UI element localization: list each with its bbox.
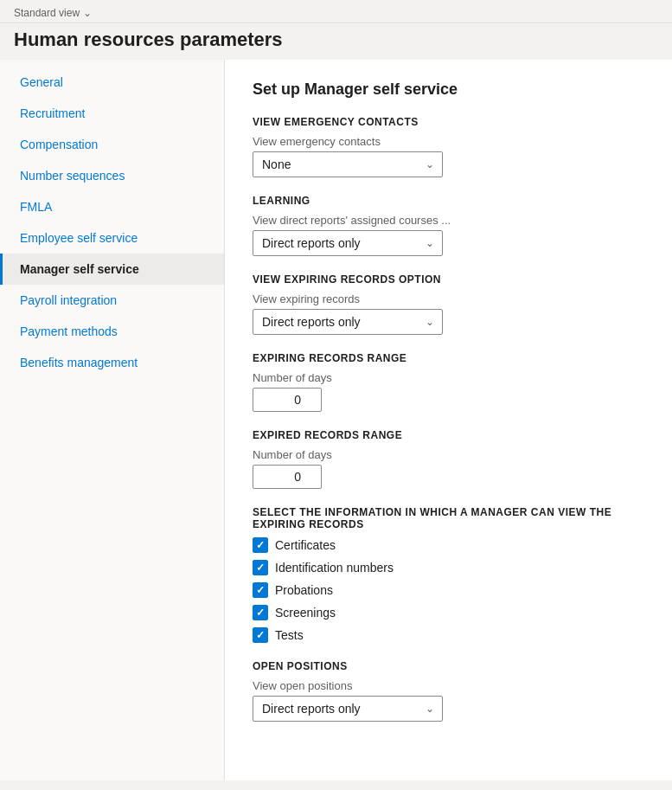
expiring-range-field-label: Number of days	[253, 371, 644, 384]
standard-view-dropdown[interactable]: Standard view ⌄	[14, 7, 658, 19]
checkbox-label-certificates: Certificates	[275, 538, 336, 552]
sidebar-item-fmla[interactable]: FMLA	[0, 191, 224, 222]
checkmark-icon: ✓	[256, 585, 265, 595]
learning-group: LEARNING View direct reports' assigned c…	[253, 195, 644, 256]
emergency-contacts-field-label: View emergency contacts	[253, 135, 644, 148]
emergency-contacts-upper-label: VIEW EMERGENCY CONTACTS	[253, 116, 644, 128]
standard-view-label: Standard view	[14, 7, 80, 19]
sidebar-item-general[interactable]: General	[0, 67, 224, 98]
sidebar-item-compensation[interactable]: Compensation	[0, 129, 224, 160]
sidebar: GeneralRecruitmentCompensationNumber seq…	[0, 60, 225, 780]
sidebar-item-payroll-integration[interactable]: Payroll integration	[0, 285, 224, 316]
emergency-contacts-select[interactable]: None Direct reports only All reports	[253, 151, 443, 177]
checkbox-probations[interactable]: ✓	[253, 582, 268, 598]
learning-select-wrapper: None Direct reports only All reports ⌄	[253, 230, 443, 256]
expired-range-group: EXPIRED RECORDS RANGE Number of days	[253, 429, 644, 489]
checkbox-group-probations: ✓Probations	[253, 582, 644, 598]
checkboxes-container: ✓Certificates✓Identification numbers✓Pro…	[253, 537, 644, 643]
open-positions-upper-label: OPEN POSITIONS	[253, 660, 644, 672]
checkmark-icon: ✓	[256, 540, 265, 550]
expiring-range-upper-label: EXPIRING RECORDS RANGE	[253, 352, 644, 364]
checkbox-tests[interactable]: ✓	[253, 627, 268, 643]
view-expiring-field-label: View expiring records	[253, 292, 644, 305]
checkbox-screenings[interactable]: ✓	[253, 605, 268, 620]
sidebar-item-number-sequences[interactable]: Number sequences	[0, 160, 224, 191]
sidebar-item-recruitment[interactable]: Recruitment	[0, 98, 224, 129]
main-content: Set up Manager self service VIEW EMERGEN…	[225, 60, 672, 780]
page-title: Human resources parameters	[0, 23, 672, 60]
sidebar-item-employee-self-service[interactable]: Employee self service	[0, 222, 224, 254]
checkbox-group-identification-numbers: ✓Identification numbers	[253, 560, 644, 575]
checkbox-certificates[interactable]: ✓	[253, 537, 268, 553]
emergency-contacts-group: VIEW EMERGENCY CONTACTS View emergency c…	[253, 116, 644, 177]
info-select-upper-label: SELECT THE INFORMATION IN WHICH A MANAGE…	[253, 506, 644, 530]
checkmark-icon: ✓	[256, 607, 265, 618]
info-select-group: SELECT THE INFORMATION IN WHICH A MANAGE…	[253, 506, 644, 643]
content-section-title: Set up Manager self service	[253, 80, 644, 99]
checkbox-label-identification-numbers: Identification numbers	[275, 561, 394, 575]
sidebar-item-manager-self-service[interactable]: Manager self service	[0, 254, 224, 285]
open-positions-select-wrapper: None Direct reports only All reports ⌄	[253, 696, 443, 722]
open-positions-field-label: View open positions	[253, 679, 644, 692]
learning-field-label: View direct reports' assigned courses ..…	[253, 214, 644, 227]
checkmark-icon: ✓	[256, 562, 265, 573]
expired-range-upper-label: EXPIRED RECORDS RANGE	[253, 429, 644, 441]
checkbox-group-certificates: ✓Certificates	[253, 537, 644, 553]
view-expiring-upper-label: VIEW EXPIRING RECORDS OPTION	[253, 273, 644, 286]
checkbox-label-screenings: Screenings	[275, 606, 336, 620]
emergency-contacts-select-wrapper: None Direct reports only All reports ⌄	[253, 151, 443, 177]
sidebar-item-benefits-management[interactable]: Benefits management	[0, 347, 224, 378]
open-positions-select[interactable]: None Direct reports only All reports	[253, 696, 443, 722]
chevron-down-icon: ⌄	[83, 7, 92, 19]
checkbox-group-screenings: ✓Screenings	[253, 605, 644, 620]
checkbox-group-tests: ✓Tests	[253, 627, 644, 643]
checkbox-identification-numbers[interactable]: ✓	[253, 560, 268, 575]
checkbox-label-probations: Probations	[275, 583, 333, 597]
learning-select[interactable]: None Direct reports only All reports	[253, 230, 443, 256]
checkmark-icon: ✓	[256, 630, 265, 640]
checkbox-label-tests: Tests	[275, 628, 304, 642]
expiring-range-input[interactable]	[253, 388, 322, 412]
learning-upper-label: LEARNING	[253, 195, 644, 207]
view-expiring-select-wrapper: None Direct reports only All reports ⌄	[253, 309, 443, 335]
open-positions-group: OPEN POSITIONS View open positions None …	[253, 660, 644, 722]
view-expiring-group: VIEW EXPIRING RECORDS OPTION View expiri…	[253, 273, 644, 335]
expiring-range-group: EXPIRING RECORDS RANGE Number of days	[253, 352, 644, 412]
view-expiring-select[interactable]: None Direct reports only All reports	[253, 309, 443, 335]
sidebar-item-payment-methods[interactable]: Payment methods	[0, 316, 224, 347]
expired-range-input[interactable]	[253, 465, 322, 489]
expired-range-field-label: Number of days	[253, 448, 644, 461]
